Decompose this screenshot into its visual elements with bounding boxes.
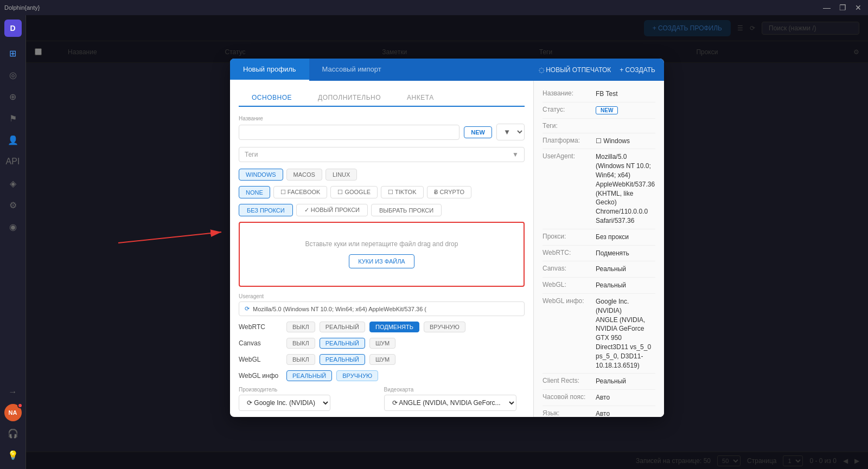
name-input[interactable]: FB Test (239, 125, 459, 140)
app-logo: D (4, 20, 22, 37)
right-panel-key: WebGL: (542, 281, 591, 290)
webgl-info-manual[interactable]: ВРУЧНУЮ (336, 370, 378, 381)
status-button[interactable]: NEW (464, 126, 492, 138)
webrtc-real[interactable]: РЕАЛЬНЫЙ (320, 322, 365, 332)
avatar[interactable]: NA (4, 404, 22, 421)
proxy-none-button[interactable]: БЕЗ ПРОКСИ (239, 204, 293, 216)
platform-windows[interactable]: WINDOWS (239, 169, 283, 181)
proxy-new-button[interactable]: ✓ НОВЫЙ ПРОКСИ (296, 204, 368, 216)
sidebar-item-bookmarks[interactable]: ⚑ (3, 108, 23, 128)
webgl-noise[interactable]: ШУМ (369, 354, 395, 365)
sidebar-item-coins[interactable]: ◉ (3, 217, 23, 236)
modal-right-panel: Название:FB TestСтатус:NEWТеги:Платформа… (534, 81, 664, 417)
right-panel-value: Подменять (596, 249, 655, 258)
right-panel-key: WebGL инфо: (542, 297, 591, 370)
modal-tabs: Новый профиль Массовый импорт ◌ НОВЫЙ ОТ… (230, 59, 664, 81)
social-buttons: NONE ☐ FACEBOOK ☐ GOOGLE ☐ TIKTOK Ƀ CRYP… (239, 186, 525, 198)
right-panel-row: Язык:Авто (542, 409, 655, 417)
main-content: + СОЗДАТЬ ПРОФИЛЬ ☰ ⟳ Название Статус За… (26, 15, 868, 469)
right-panel-row: Теги: (542, 122, 655, 133)
status-dropdown[interactable]: ▼ (496, 124, 525, 140)
tab-mass-import[interactable]: Массовый импорт (309, 59, 394, 81)
proxy-choose-button[interactable]: ВЫБРАТЬ ПРОКСИ (371, 204, 442, 216)
modal-left-panel: ОСНОВНОЕ ДОПОЛНИТЕЛЬНО АНКЕТА Название F… (230, 81, 534, 417)
webgl-info-row: WebGL инфо РЕАЛЬНЫЙ ВРУЧНУЮ (239, 370, 525, 381)
canvas-off[interactable]: ВЫКЛ (286, 338, 315, 349)
producer-row: Производитель ⟳ Google Inc. (NVIDIA) Вид… (239, 387, 525, 411)
right-panel-value: ☐ Windows (596, 137, 655, 146)
right-panel-value: Реальный (596, 281, 655, 290)
canvas-real[interactable]: РЕАЛЬНЫЙ (320, 338, 365, 349)
app-layout: D ⊞ ◎ ⊕ ⚑ 👤 API ◈ ⚙ ◉ → NA 🎧 💡 + СОЗДАТЬ… (0, 15, 868, 469)
sub-tab-advanced[interactable]: ДОПОЛНИТЕЛЬНО (305, 89, 394, 106)
useragent-row: Useragent ⟳ Mozilla/5.0 (Windows NT 10.0… (239, 293, 525, 316)
right-panel-row: Прокси:Без прокси (542, 233, 655, 246)
social-google[interactable]: ☐ GOOGLE (330, 186, 378, 198)
webgl-row: WebGL ВЫКЛ РЕАЛЬНЫЙ ШУМ (239, 354, 525, 365)
social-tiktok[interactable]: ☐ TIKTOK (381, 186, 423, 198)
right-panel-key: Статус: (542, 106, 591, 115)
sidebar-item-api[interactable]: API (3, 152, 23, 171)
name-field-group: Название FB Test NEW ▼ (239, 115, 525, 140)
social-crypto[interactable]: Ƀ CRYPTO (427, 186, 472, 198)
modal-body: ОСНОВНОЕ ДОПОЛНИТЕЛЬНО АНКЕТА Название F… (230, 81, 664, 417)
right-panel-value: Google Inc. (NVIDIA) ANGLE (NVIDIA, NVID… (596, 297, 655, 370)
name-label: Название (239, 115, 525, 121)
platform-buttons: WINDOWS MACOS LINUX (239, 169, 525, 181)
cookie-drop-zone[interactable]: Вставьте куки или перетащите файл drag a… (239, 222, 525, 287)
canvas-noise[interactable]: ШУМ (369, 338, 395, 349)
right-panel-row: Часовой пояс:Авто (542, 393, 655, 406)
right-panel-key: Client Rects: (542, 377, 591, 386)
sidebar-item-profiles[interactable]: ⊞ (3, 43, 23, 63)
webrtc-label: WebRTC (239, 323, 282, 331)
webrtc-off[interactable]: ВЫКЛ (286, 322, 315, 332)
sub-tab-basic[interactable]: ОСНОВНОЕ (239, 89, 305, 107)
sidebar-item-settings[interactable]: ⚙ (3, 195, 23, 215)
notification-badge (17, 403, 23, 408)
sidebar-item-import[interactable]: → (3, 382, 23, 402)
proxy-buttons: БЕЗ ПРОКСИ ✓ НОВЫЙ ПРОКСИ ВЫБРАТЬ ПРОКСИ (239, 204, 525, 216)
right-panel-key: Платформа: (542, 137, 591, 146)
webrtc-manual[interactable]: ВРУЧНУЮ (424, 322, 465, 332)
producer-select[interactable]: ⟳ Google Inc. (NVIDIA) (239, 395, 330, 411)
minimize-button[interactable]: — (821, 3, 833, 12)
sidebar-item-users[interactable]: 👤 (3, 130, 23, 150)
app-title: Dolphin{anty} (4, 4, 40, 11)
close-button[interactable]: ✕ (853, 3, 864, 12)
useragent-label: Useragent (239, 293, 525, 299)
social-facebook[interactable]: ☐ FACEBOOK (273, 186, 328, 198)
webgl-info-real[interactable]: РЕАЛЬНЫЙ (286, 370, 332, 381)
sidebar-item-add[interactable]: ⊕ (3, 87, 23, 106)
right-panel-key: WebRTC: (542, 249, 591, 258)
sidebar-item-tips[interactable]: 💡 (3, 445, 23, 465)
right-panel-row: WebRTC:Подменять (542, 249, 655, 262)
maximize-button[interactable]: ❐ (837, 3, 848, 12)
right-panel-row: Canvas:Реальный (542, 265, 655, 278)
new-fingerprint-action[interactable]: ◌ НОВЫЙ ОТПЕЧАТОК (539, 66, 611, 74)
webgl-info-label: WebGL инфо (239, 372, 282, 380)
right-panel-key: UserAgent: (542, 152, 591, 225)
useragent-refresh-icon[interactable]: ⟳ (245, 305, 250, 312)
right-panel-value: Авто (596, 393, 655, 402)
sidebar-item-wallet[interactable]: ◈ (3, 174, 23, 193)
cookie-from-file-button[interactable]: КУКИ ИЗ ФАЙЛА (349, 254, 414, 268)
webgl-off[interactable]: ВЫКЛ (286, 354, 315, 365)
social-none[interactable]: NONE (239, 186, 270, 198)
sub-tab-survey[interactable]: АНКЕТА (394, 89, 447, 106)
tags-input[interactable]: Теги ▼ (239, 147, 525, 162)
right-panel-value: Реальный (596, 377, 655, 386)
tab-new-profile[interactable]: Новый профиль (230, 59, 309, 81)
create-action[interactable]: + СОЗДАТЬ (620, 66, 655, 74)
sidebar-item-browser[interactable]: ◎ (3, 65, 23, 85)
sidebar-item-support[interactable]: 🎧 (3, 423, 23, 443)
webrtc-replace[interactable]: ПОДМЕНЯТЬ (369, 322, 419, 332)
useragent-input[interactable]: ⟳ Mozilla/5.0 (Windows NT 10.0; Win64; x… (239, 301, 525, 316)
videocart-select[interactable]: ⟳ ANGLE (NVIDIA, NVIDIA GeForc... (384, 395, 516, 411)
cookie-hint-text: Вставьте куки или перетащите файл drag a… (305, 240, 458, 248)
producer-group: Производитель ⟳ Google Inc. (NVIDIA) (239, 387, 380, 411)
right-panel-row: UserAgent:Mozilla/5.0 (Windows NT 10.0; … (542, 152, 655, 229)
right-panel-key: Язык: (542, 409, 591, 417)
platform-linux[interactable]: LINUX (326, 169, 357, 181)
webgl-real[interactable]: РЕАЛЬНЫЙ (320, 354, 365, 365)
platform-macos[interactable]: MACOS (286, 169, 322, 181)
